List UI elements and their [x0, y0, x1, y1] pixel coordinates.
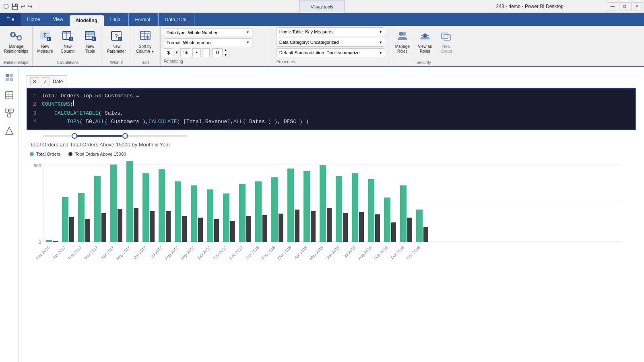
tab-view[interactable]: View: [46, 13, 70, 26]
new-parameter-btn[interactable]: ? + NewParameter: [105, 27, 128, 56]
default-summarization-chevron: ▼: [379, 51, 382, 55]
svg-point-4: [18, 37, 21, 39]
model-view-icon[interactable]: [2, 106, 17, 120]
svg-text:0: 0: [39, 240, 41, 245]
relationships-group-label: Relationships: [4, 60, 28, 66]
data-category-dropdown[interactable]: Data Category: Uncategorized ▼: [277, 38, 385, 47]
whatif-group: ? + NewParameter What If: [103, 26, 130, 66]
slider-area: [27, 135, 188, 137]
svg-text:Jul 2018: Jul 2018: [343, 245, 357, 259]
dropdown-arrow-currency[interactable]: ▼: [174, 51, 179, 54]
percent-btn[interactable]: %: [180, 48, 192, 57]
redo-icon[interactable]: ↪: [28, 3, 33, 10]
sort-by-column-btn[interactable]: Sort byColumn ▼: [132, 27, 159, 56]
svg-text:+: +: [93, 37, 95, 41]
security-group-label: Security: [417, 60, 431, 66]
visual-tools-badge: Visual tools: [299, 0, 345, 13]
svg-rect-99: [400, 185, 407, 242]
manage-roles-btn[interactable]: ManageRoles: [392, 27, 413, 56]
dot-btn[interactable]: •: [192, 48, 201, 57]
svg-rect-96: [375, 214, 380, 242]
svg-rect-44: [10, 109, 13, 112]
svg-rect-65: [126, 161, 133, 242]
close-btn[interactable]: ✕: [631, 2, 642, 10]
svg-text:+: +: [47, 37, 50, 41]
svg-rect-73: [191, 185, 197, 242]
svg-rect-81: [255, 181, 262, 242]
new-group-btn[interactable]: NewGroup: [437, 27, 456, 56]
svg-text:Mar 2018: Mar 2018: [277, 245, 292, 260]
svg-rect-94: [359, 212, 364, 242]
ribbon-tabs: File Home View Modeling Help Format Data…: [0, 13, 644, 26]
new-table-label: NewTable: [85, 44, 95, 54]
formatting-group-label: Formatting: [164, 59, 270, 64]
chart-title: Total Orders and Total Orders Above 1500…: [30, 142, 636, 148]
legend-total-orders: Total Orders: [30, 152, 60, 156]
svg-marker-48: [6, 127, 13, 134]
svg-text:Jun 2017: Jun 2017: [132, 245, 147, 260]
svg-rect-67: [142, 173, 149, 242]
format-dropdown[interactable]: Format: Whole number ▼: [164, 38, 252, 47]
data-category-label: Data Category: Uncategorized: [279, 40, 339, 45]
formula-cancel-btn[interactable]: ✕: [30, 77, 39, 86]
svg-text:Sep 2018: Sep 2018: [373, 245, 388, 260]
manage-relationships-btn[interactable]: ManageRelationships: [2, 27, 31, 56]
slider-right-thumb[interactable]: [122, 133, 128, 139]
tab-data-drill[interactable]: Data / Drill: [158, 13, 194, 26]
svg-text:Mar 2017: Mar 2017: [84, 245, 99, 260]
svg-text:Apr 2018: Apr 2018: [293, 245, 308, 260]
decimal-up-btn[interactable]: ▲: [223, 48, 229, 53]
home-table-dropdown[interactable]: Home Table: Key Measures ▼: [277, 27, 385, 36]
svg-rect-80: [246, 216, 251, 242]
tab-modeling[interactable]: Modeling: [70, 15, 104, 26]
svg-rect-82: [262, 215, 267, 242]
svg-rect-90: [327, 208, 332, 242]
svg-rect-39: [6, 92, 13, 99]
new-group-icon: [439, 29, 454, 43]
save-icon[interactable]: 💾: [11, 3, 18, 10]
svg-rect-79: [239, 184, 246, 242]
default-summarization-dropdown[interactable]: Default Summarization: Don't summarize ▼: [277, 48, 385, 57]
svg-text:Apr 2017: Apr 2017: [100, 245, 115, 260]
visual-view-icon[interactable]: [2, 123, 17, 138]
minimize-btn[interactable]: —: [607, 2, 618, 10]
tab-format[interactable]: Format: [128, 13, 157, 26]
svg-text:Aug 2018: Aug 2018: [357, 245, 372, 260]
decimal-down-btn[interactable]: ▼: [223, 53, 229, 57]
new-column-btn[interactable]: + NewColumn: [57, 27, 78, 56]
view-as-roles-btn[interactable]: View asRoles: [414, 27, 436, 56]
svg-text:?: ?: [115, 33, 118, 39]
bar-chart: 500 0: [30, 161, 625, 254]
slider-left-thumb[interactable]: [72, 133, 77, 139]
tab-file[interactable]: File: [0, 13, 21, 26]
svg-rect-64: [118, 209, 122, 242]
undo-icon[interactable]: ↩: [21, 3, 25, 10]
svg-rect-63: [110, 165, 117, 242]
data-view-icon[interactable]: [2, 88, 17, 103]
svg-rect-58: [69, 217, 74, 242]
formula-editor[interactable]: 1 Total Orders Top 50 Customers = 2 COUN…: [27, 88, 636, 130]
format-chevron: ▼: [246, 41, 250, 44]
formula-confirm-btn[interactable]: ✓: [41, 77, 50, 86]
new-table-btn[interactable]: + NewTable: [79, 27, 101, 56]
svg-rect-68: [150, 211, 155, 242]
svg-rect-62: [101, 213, 106, 242]
new-parameter-icon: ? +: [109, 29, 124, 43]
currency-btn[interactable]: $: [164, 48, 173, 57]
svg-point-32: [424, 35, 426, 37]
calculations-group: Σ + NewMeasure + NewC: [33, 26, 103, 66]
svg-rect-36: [10, 74, 13, 77]
svg-rect-33: [442, 33, 448, 39]
formula-line-3: 3 CALCULATETABLE( Sales,: [29, 109, 634, 117]
svg-text:Jan 2017: Jan 2017: [52, 245, 67, 260]
maximize-btn[interactable]: □: [619, 2, 630, 10]
svg-rect-87: [303, 171, 310, 242]
comma-btn[interactable]: ,: [202, 48, 210, 57]
new-measure-btn[interactable]: Σ + NewMeasure: [34, 27, 56, 56]
view-as-roles-label: View asRoles: [418, 44, 432, 54]
report-view-icon[interactable]: [2, 70, 17, 85]
new-table-icon: +: [83, 29, 97, 43]
data-type-dropdown[interactable]: Data type: Whole Number ▼: [164, 28, 252, 37]
tab-help[interactable]: Help: [104, 13, 127, 26]
tab-home[interactable]: Home: [21, 13, 46, 26]
